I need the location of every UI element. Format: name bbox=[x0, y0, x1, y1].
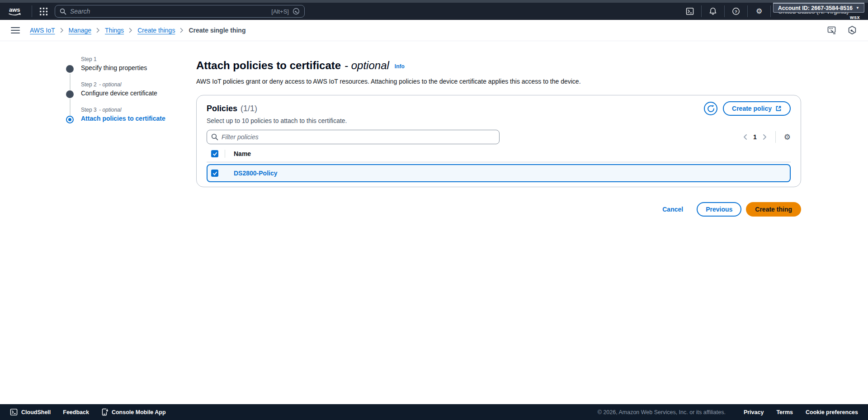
amazon-q-hexagon-icon[interactable] bbox=[847, 25, 857, 35]
page-title-optional: - optional bbox=[344, 59, 389, 71]
search-input[interactable] bbox=[70, 8, 268, 15]
amazon-q-icon[interactable] bbox=[292, 8, 300, 15]
previous-page-icon[interactable] bbox=[743, 134, 747, 140]
page-title-text: Attach policies to certificate bbox=[196, 59, 341, 71]
check-icon bbox=[212, 151, 217, 156]
breadcrumb-chevron-icon bbox=[96, 28, 100, 33]
policies-panel: Policies (1/1) Create policy Select up t… bbox=[196, 95, 801, 187]
step-active-radio-icon bbox=[66, 116, 74, 123]
svg-text:aws: aws bbox=[9, 6, 20, 13]
header-divider bbox=[747, 5, 748, 17]
page-title: Attach policies to certificate- optional… bbox=[196, 59, 801, 74]
main-content: Attach policies to certificate- optional… bbox=[196, 59, 801, 217]
cloudshell-icon[interactable] bbox=[682, 5, 698, 18]
step-completed-dot-icon bbox=[66, 90, 74, 98]
header-divider bbox=[770, 5, 771, 17]
footer-feedback-label: Feedback bbox=[63, 409, 89, 415]
breadcrumb-chevron-icon bbox=[60, 28, 64, 33]
pagination-divider bbox=[775, 131, 776, 143]
header-divider bbox=[724, 5, 725, 17]
svg-text:?: ? bbox=[735, 9, 737, 14]
info-link[interactable]: Info bbox=[395, 63, 405, 70]
header-divider bbox=[32, 5, 32, 17]
aws-logo-icon: aws bbox=[6, 5, 24, 17]
breadcrumb-chevron-icon bbox=[129, 28, 132, 33]
policies-actions: Create policy bbox=[704, 101, 791, 116]
console-footer: CloudShell Feedback Console Mobile App ©… bbox=[0, 404, 868, 420]
page-description: AWS IoT policies grant or deny access to… bbox=[196, 77, 801, 86]
create-thing-button[interactable]: Create thing bbox=[746, 202, 801, 217]
filter-field bbox=[207, 130, 500, 144]
notifications-bell-icon[interactable] bbox=[705, 5, 721, 18]
breadcrumb-link-things[interactable]: Things bbox=[105, 27, 124, 34]
next-page-icon[interactable] bbox=[763, 134, 767, 140]
pagination: 1 ⚙︎ bbox=[743, 131, 791, 143]
footer-feedback-button[interactable]: Feedback bbox=[63, 409, 89, 415]
table-preferences-gear-icon[interactable]: ⚙︎ bbox=[784, 133, 791, 141]
previous-button[interactable]: Previous bbox=[697, 202, 741, 217]
filter-row: 1 ⚙︎ bbox=[207, 130, 791, 144]
wizard-actions: Cancel Previous Create thing bbox=[196, 202, 801, 217]
breadcrumb-link-aws-iot[interactable]: AWS IoT bbox=[30, 27, 55, 34]
cloudshell-icon bbox=[10, 408, 18, 416]
footer-mobile-app-button[interactable]: Console Mobile App bbox=[101, 408, 166, 416]
account-id-tab[interactable]: Account ID: 2667-3584-8516 ▼ bbox=[773, 3, 864, 13]
footer-mobile-app-label: Console Mobile App bbox=[112, 409, 166, 415]
policy-name-link[interactable]: DS2800-Policy bbox=[234, 170, 278, 177]
table-header-row: Name bbox=[207, 150, 791, 162]
page-number[interactable]: 1 bbox=[753, 133, 757, 141]
footer-copyright: © 2026, Amazon Web Services, Inc. or its… bbox=[598, 409, 726, 415]
settings-gear-icon[interactable]: ⚙︎ bbox=[751, 5, 767, 18]
step-link-configure-device-certificate[interactable]: Configure device certificate bbox=[81, 90, 179, 97]
select-all-checkbox[interactable] bbox=[211, 150, 218, 157]
refresh-button[interactable] bbox=[704, 102, 717, 115]
header-divider bbox=[701, 5, 702, 17]
policies-panel-header: Policies (1/1) Create policy bbox=[207, 102, 791, 115]
search-icon bbox=[211, 133, 218, 142]
footer-terms-link[interactable]: Terms bbox=[776, 409, 793, 415]
top-navigation-bar: aws [Alt+S] bbox=[0, 3, 868, 20]
footer-cloudshell-label: CloudShell bbox=[21, 409, 51, 415]
step-kicker: Step 1 bbox=[81, 56, 179, 62]
user-name-label: wsx bbox=[850, 14, 860, 20]
policy-row-selected[interactable]: DS2800-Policy bbox=[207, 164, 791, 182]
search-shortcut-label: [Alt+S] bbox=[271, 8, 289, 15]
policies-subtitle: Select up to 10 policies to attach to th… bbox=[207, 117, 791, 124]
column-header-name: Name bbox=[234, 150, 251, 157]
create-policy-label: Create policy bbox=[732, 105, 772, 112]
step-link-specify-thing-properties[interactable]: Specify thing properties bbox=[81, 64, 179, 71]
create-policy-button[interactable]: Create policy bbox=[723, 101, 791, 116]
footer-privacy-link[interactable]: Privacy bbox=[744, 409, 764, 415]
refresh-icon bbox=[707, 105, 715, 113]
footer-cloudshell-button[interactable]: CloudShell bbox=[10, 408, 51, 416]
aws-console-page: aws [Alt+S] bbox=[0, 0, 868, 420]
step-link-attach-policies-to-certificate[interactable]: Attach policies to certificate bbox=[81, 115, 179, 122]
breadcrumb-current: Create single thing bbox=[189, 27, 245, 34]
account-id-label: Account ID: 2667-3584-8516 bbox=[778, 5, 853, 11]
global-search-bar[interactable]: [Alt+S] bbox=[55, 5, 305, 18]
breadcrumb-link-create-things[interactable]: Create things bbox=[137, 27, 175, 34]
aws-logo[interactable]: aws bbox=[6, 5, 24, 17]
breadcrumb-right-tools bbox=[826, 25, 857, 35]
breadcrumb: AWS IoT Manage Things Create things Crea… bbox=[30, 27, 245, 34]
policies-title: Policies bbox=[207, 104, 237, 113]
split-panel-icon[interactable] bbox=[826, 25, 837, 35]
breadcrumb-bar: AWS IoT Manage Things Create things Crea… bbox=[0, 20, 868, 41]
chevron-down-icon: ▼ bbox=[856, 6, 859, 10]
wizard-step-2: Step 2 - optional Configure device certi… bbox=[66, 81, 179, 99]
services-grid-icon[interactable] bbox=[36, 5, 51, 18]
filter-policies-input[interactable] bbox=[207, 130, 500, 144]
footer-right: © 2026, Amazon Web Services, Inc. or its… bbox=[598, 409, 858, 415]
footer-cookie-preferences-link[interactable]: Cookie preferences bbox=[806, 409, 858, 415]
wizard-steps-nav: Step 1 Specify thing properties Step 2 -… bbox=[66, 56, 179, 132]
help-icon[interactable]: ? bbox=[728, 5, 744, 18]
policies-count: (1/1) bbox=[241, 104, 257, 113]
hamburger-menu-icon[interactable] bbox=[11, 27, 20, 33]
wizard-step-1: Step 1 Specify thing properties bbox=[66, 56, 179, 73]
step-kicker: Step 2 - optional bbox=[81, 81, 179, 88]
row-checkbox[interactable] bbox=[211, 170, 218, 177]
mobile-app-icon bbox=[101, 408, 108, 416]
wizard-step-3-active: Step 3 - optional Attach policies to cer… bbox=[66, 107, 179, 124]
cancel-button[interactable]: Cancel bbox=[662, 206, 683, 213]
breadcrumb-link-manage[interactable]: Manage bbox=[69, 27, 92, 34]
